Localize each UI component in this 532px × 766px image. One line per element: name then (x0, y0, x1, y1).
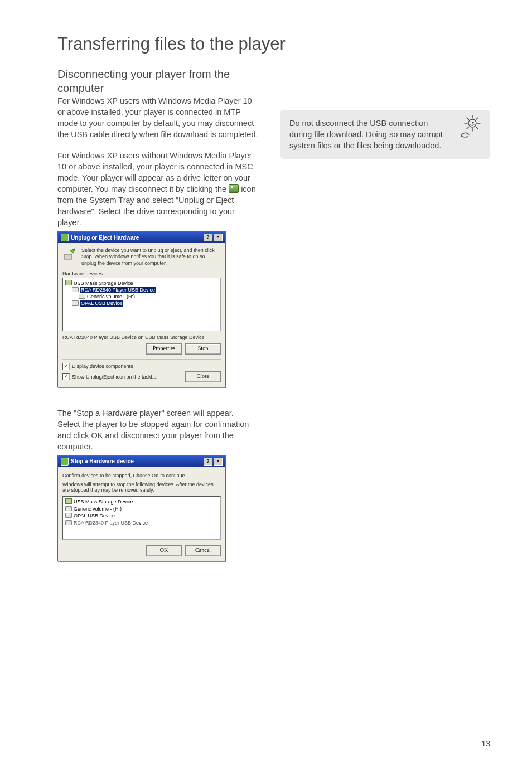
svg-line-8 (476, 118, 478, 120)
tree-child-selected[interactable]: RCA RD2840 Player USB Device (80, 287, 156, 293)
stop-device-list[interactable]: USB Mass Storage Device Generic volume -… (62, 496, 221, 540)
dialog2-title-icon (61, 458, 69, 466)
list-item[interactable]: Generic volume - (H:) (74, 506, 122, 512)
list-item-selected[interactable]: OPAL USB Device (74, 513, 115, 518)
ok-button[interactable]: OK (146, 545, 182, 556)
warning-note-text: Do not disconnect the USB connection dur… (289, 119, 443, 150)
svg-point-10 (472, 122, 473, 123)
properties-button[interactable]: Properties (146, 343, 182, 355)
svg-line-6 (467, 118, 469, 120)
display-components-checkbox[interactable]: ✓ (62, 363, 70, 370)
dialog-title-icon (61, 234, 69, 241)
dialog-eject-icon (62, 248, 77, 262)
page-title: Transferring files to the player (57, 33, 490, 54)
warning-note: Do not disconnect the USB connection dur… (280, 110, 490, 159)
dialog2-titlebar: Stop a Hardware device ? × (58, 456, 225, 467)
list-item-tail: evice (136, 520, 148, 526)
tree-child-volume[interactable]: Generic volume - (H:) (87, 294, 135, 299)
para2-before-icon: For Windows XP users without Windows Med… (57, 151, 253, 193)
svg-rect-0 (64, 254, 72, 259)
paragraph-stop-hardware: The "Stop a Hardware player" screen will… (57, 408, 258, 452)
dialog-close-button[interactable]: × (214, 234, 223, 241)
device-tree[interactable]: USB Mass Storage Device RCA RD2840 Playe… (62, 278, 221, 331)
dialog-title-text: Unplug or Eject Hardware (71, 235, 139, 241)
dialog-instruction: Select the device you want to unplug or … (81, 248, 221, 266)
dialog-help-button[interactable]: ? (204, 234, 212, 241)
svg-line-7 (476, 127, 478, 129)
attempt-line: Windows will attempt to stop the followi… (62, 482, 221, 493)
cancel-button[interactable]: Cancel (185, 545, 221, 556)
display-components-label: Display device components (72, 363, 133, 369)
divider (62, 359, 221, 360)
sun-note-icon (458, 113, 485, 140)
unplug-eject-dialog: Unplug or Eject Hardware ? × (57, 231, 226, 387)
system-tray-eject-icon (229, 184, 239, 193)
dialog2-help-button[interactable]: ? (204, 458, 212, 466)
stop-button[interactable]: Stop (185, 343, 221, 355)
paragraph-msc: For Windows XP users without Windows Med… (57, 150, 258, 228)
dialog2-close-button[interactable]: × (214, 458, 223, 466)
show-taskbar-icon-label: Show Unplug/Eject icon on the taskbar (72, 374, 158, 380)
list-item[interactable]: USB Mass Storage Device (74, 499, 133, 505)
hardware-devices-label: Hardware devices: (62, 271, 221, 277)
confirm-line: Confirm devices to be stopped, Choose OK… (62, 473, 221, 478)
dialog-titlebar: Unplug or Eject Hardware ? × (58, 232, 225, 243)
selection-status-text: RCA RD2840 Player USB Device on USB Mass… (62, 334, 221, 340)
page-number: 13 (481, 739, 490, 748)
tree-child-opal[interactable]: OPAL USB Device (80, 300, 123, 307)
tree-root[interactable]: USB Mass Storage Device (74, 280, 133, 286)
show-taskbar-icon-checkbox[interactable]: ✓ (62, 373, 70, 380)
paragraph-mtp: For Windows XP users with Windows Media … (57, 95, 258, 140)
close-button[interactable]: Close (185, 371, 221, 382)
svg-line-9 (467, 127, 469, 129)
dialog2-title-text: Stop a Hardware device (71, 458, 134, 464)
stop-hardware-dialog: Stop a Hardware device ? × Confirm devic… (57, 455, 226, 561)
section-heading: Disconnecting your player from the compu… (57, 67, 258, 95)
